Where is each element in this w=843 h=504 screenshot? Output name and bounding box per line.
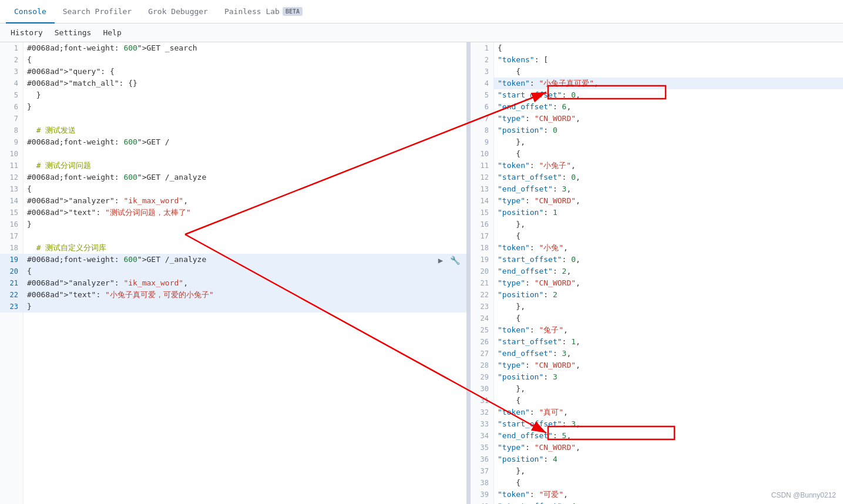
- output-code-line: {: [494, 230, 843, 242]
- output-code-line: {: [494, 395, 843, 406]
- code-area[interactable]: 1234567891011121314151617181920212223 #0…: [0, 42, 466, 504]
- output-code-area[interactable]: 1234567891011121314151617181920212223242…: [471, 42, 843, 504]
- editor-code-line: #0068ad;font-weight: 600">GET /_analyze: [23, 254, 466, 266]
- output-code-line: "start_offset": 4,: [494, 500, 843, 504]
- output-code-line: "tokens": [: [494, 54, 843, 66]
- editor-line-number: 9: [0, 136, 23, 148]
- output-line-number: 30: [471, 383, 493, 395]
- editor-line-number: 6: [0, 101, 23, 113]
- editor-line-number: 16: [0, 219, 23, 230]
- editor-line-number: 10: [0, 148, 23, 160]
- editor-code-line: }: [23, 301, 466, 313]
- output-line-number: 11: [471, 160, 493, 172]
- editor-code-line: #0068ad">"analyzer": "ik_max_word",: [23, 277, 466, 289]
- output-line-number: 35: [471, 442, 493, 453]
- editor-code-line: [23, 113, 466, 125]
- menu-history[interactable]: History: [6, 26, 48, 39]
- output-code-line: "end_offset": 3,: [494, 348, 843, 359]
- editor-line-number: 1: [0, 42, 23, 54]
- editor-code-line: # 测试自定义分词库: [23, 242, 466, 254]
- output-code-line: "type": "CN_WORD",: [494, 359, 843, 371]
- editor-code-line: # 测试发送: [23, 125, 466, 136]
- run-icon[interactable]: ▶: [435, 254, 446, 266]
- output-line-number: 18: [471, 242, 493, 254]
- editor-line-number: 2: [0, 54, 23, 66]
- output-line-number: 32: [471, 406, 493, 418]
- output-line-number: 10: [471, 148, 493, 160]
- output-line-number: 4: [471, 78, 493, 89]
- editor-panel: 1234567891011121314151617181920212223 #0…: [0, 42, 467, 504]
- tab-painless-lab[interactable]: Painless Lab BETA: [216, 0, 311, 23]
- output-line-number: 36: [471, 453, 493, 465]
- main-content: 1234567891011121314151617181920212223 #0…: [0, 42, 843, 504]
- output-code-line: "position": 2: [494, 289, 843, 301]
- editor-line-number: 23: [0, 301, 23, 313]
- editor-code-lines: #0068ad;font-weight: 600">GET _search{ #…: [23, 42, 466, 504]
- output-code-line: "type": "CN_WORD",: [494, 113, 843, 125]
- editor-line-number: 19: [0, 254, 23, 266]
- editor-code-line: {: [23, 54, 466, 66]
- output-code-line: "start_offset": 0,: [494, 254, 843, 266]
- output-code-line: "start_offset": 0,: [494, 172, 843, 183]
- output-line-number: 34: [471, 430, 493, 442]
- editor-code-line: }: [23, 89, 466, 101]
- output-line-number: 25: [471, 324, 493, 336]
- tab-painless-lab-label: Painless Lab: [224, 7, 280, 16]
- output-line-number: 2: [471, 54, 493, 66]
- editor-line-numbers: 1234567891011121314151617181920212223: [0, 42, 23, 504]
- output-line-number: 40: [471, 500, 493, 504]
- output-code-line: "start_offset": 1,: [494, 336, 843, 348]
- editor-code-line: #0068ad">"analyzer": "ik_max_word",: [23, 195, 466, 207]
- tab-grok-debugger[interactable]: Grok Debugger: [140, 0, 216, 23]
- editor-line-number: 13: [0, 183, 23, 195]
- output-line-number: 39: [471, 489, 493, 500]
- output-code-line: "token": "小兔子真可爱",: [494, 78, 843, 89]
- output-code-line: "type": "CN_WORD",: [494, 442, 843, 453]
- menu-help[interactable]: Help: [98, 26, 126, 39]
- editor-line-number: 12: [0, 172, 23, 183]
- tab-search-profiler[interactable]: Search Profiler: [55, 0, 140, 23]
- editor-line-number: 22: [0, 289, 23, 301]
- output-line-number: 15: [471, 207, 493, 219]
- output-code-line: },: [494, 136, 843, 148]
- editor-line-number: 3: [0, 66, 23, 78]
- output-line-number: 16: [471, 219, 493, 230]
- output-code-line: "token": "小兔子",: [494, 160, 843, 172]
- output-code-line: "token": "小兔",: [494, 242, 843, 254]
- output-line-number: 31: [471, 395, 493, 406]
- editor-code-line: #0068ad;font-weight: 600">GET /: [23, 136, 466, 148]
- output-line-number: 37: [471, 465, 493, 477]
- output-line-number: 38: [471, 477, 493, 489]
- output-line-number: 17: [471, 230, 493, 242]
- editor-code-line: # 测试分词问题: [23, 160, 466, 172]
- output-line-number: 27: [471, 348, 493, 359]
- output-code-line: "type": "CN_WORD",: [494, 277, 843, 289]
- output-code-line: "end_offset": 5,: [494, 430, 843, 442]
- tab-search-profiler-label: Search Profiler: [63, 7, 132, 16]
- output-line-number: 28: [471, 359, 493, 371]
- output-code-line: "position": 3: [494, 371, 843, 383]
- output-code-line: },: [494, 465, 843, 477]
- editor-code-line: #0068ad">"match_all": {}: [23, 78, 466, 89]
- output-code-line: "end_offset": 6,: [494, 101, 843, 113]
- output-line-number: 3: [471, 66, 493, 78]
- editor-code-line: #0068ad">"text": "小兔子真可爱，可爱的小兔子": [23, 289, 466, 301]
- tab-console[interactable]: Console: [6, 0, 55, 23]
- output-code-line: "end_offset": 3,: [494, 183, 843, 195]
- secondary-nav: History Settings Help: [0, 23, 843, 42]
- tab-console-label: Console: [14, 7, 46, 16]
- output-code-line: "end_offset": 2,: [494, 266, 843, 277]
- output-code-line: {: [494, 66, 843, 78]
- output-code-line: "type": "CN_WORD",: [494, 195, 843, 207]
- output-line-number: 13: [471, 183, 493, 195]
- output-line-number: 19: [471, 254, 493, 266]
- editor-line-number: 7: [0, 113, 23, 125]
- output-code-line: },: [494, 219, 843, 230]
- wrench-icon[interactable]: 🔧: [449, 254, 461, 266]
- menu-settings[interactable]: Settings: [50, 26, 96, 39]
- top-nav: Console Search Profiler Grok Debugger Pa…: [0, 0, 843, 23]
- output-line-number: 1: [471, 42, 493, 54]
- watermark: CSDN @Bunny0212: [771, 491, 836, 499]
- output-code-line: "start_offset": 0,: [494, 89, 843, 101]
- editor-code-line: #0068ad">"query": {: [23, 66, 466, 78]
